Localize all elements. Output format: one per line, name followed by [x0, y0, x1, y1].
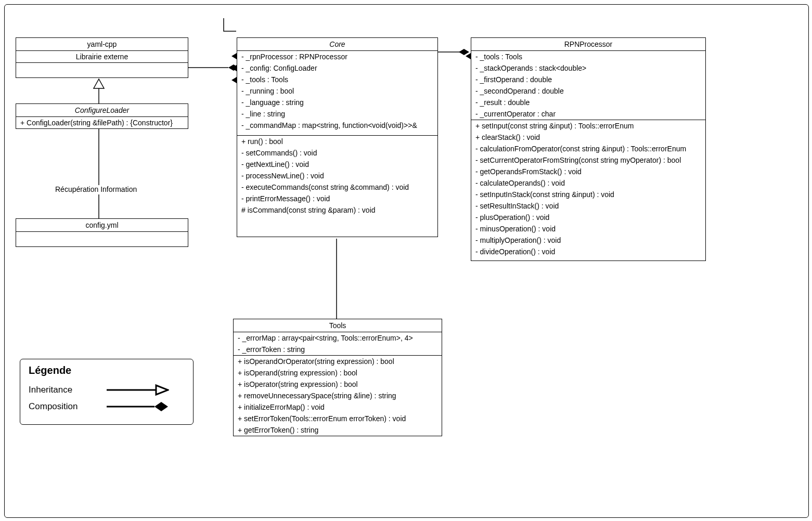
legend-inheritance-row: Inheritance	[29, 384, 185, 396]
class-attrs: Librairie externe	[16, 51, 188, 63]
class-title: yaml-cpp	[16, 38, 188, 51]
op-row: - divideOperation() : void	[471, 246, 705, 257]
op-row: + removeUnnecessarySpace(string &line) :…	[234, 390, 442, 401]
svg-marker-17	[154, 402, 168, 411]
attr-row: - _rpnProcessor : RPNProcessor	[237, 51, 437, 62]
op-row: - plusOperation() : void	[471, 212, 705, 223]
attr-row: - _running : bool	[237, 85, 437, 97]
op-row: - processNewLine() : void	[237, 170, 437, 181]
legend-composition-row: Composition	[29, 400, 185, 413]
class-core: Core - _rpnProcessor : RPNProcessor - _c…	[237, 37, 438, 237]
note-recuperation: Récupération Information	[55, 185, 137, 193]
attr-row: - _tools : Tools	[471, 51, 705, 62]
class-ops: + setInput(const string &input) : Tools:…	[471, 120, 705, 260]
op-row: + isOperand(string expression) : bool	[234, 367, 442, 379]
class-title: RPNProcessor	[471, 38, 705, 51]
class-title: config.yml	[16, 219, 188, 232]
op-row: # isCommand(const string &param) : void	[237, 204, 437, 216]
attr-row: Librairie externe	[16, 51, 188, 62]
class-ops: + isOperandOrOperator(string expression)…	[234, 356, 442, 436]
legend-composition-label: Composition	[29, 401, 86, 412]
op-row: + getErrorToken() : string	[234, 424, 442, 436]
class-title: Core	[237, 38, 437, 51]
op-row: - multiplyOperation() : void	[471, 235, 705, 246]
class-configure-loader: ConfigureLoader + ConfigLoader(string &f…	[16, 103, 188, 129]
op-row: - getOperandsFromStack() : void	[471, 166, 705, 177]
legend-inheritance-label: Inheritance	[29, 385, 86, 395]
legend-title: Légende	[29, 364, 185, 376]
attr-row: + ConfigLoader(string &filePath) : {Cons…	[16, 117, 188, 128]
svg-marker-1	[94, 79, 104, 88]
op-row: - printErrorMessage() : void	[237, 193, 437, 204]
op-row: + clearStack() : void	[471, 132, 705, 143]
op-row: - calculationFromOperator(const string &…	[471, 143, 705, 154]
class-rpn-processor: RPNProcessor - _tools : Tools - _stackOp…	[471, 37, 706, 261]
op-row: + initializeErrorMap() : void	[234, 401, 442, 413]
op-row: + setErrorToken(Tools::errorEnum errorTo…	[234, 413, 442, 424]
class-title: Tools	[234, 319, 442, 332]
class-body-empty	[16, 232, 188, 246]
class-ops-empty	[16, 63, 188, 77]
inheritance-icon	[107, 384, 169, 396]
class-title: ConfigureLoader	[16, 104, 188, 117]
op-row: - executeCommands(const string &command)…	[237, 181, 437, 193]
class-ops: + run() : bool - setCommands() : void - …	[237, 136, 437, 237]
op-row: + setInput(const string &input) : Tools:…	[471, 120, 705, 132]
op-row: - setCurrentOperatorFromString(const str…	[471, 154, 705, 166]
class-attrs: - _tools : Tools - _stackOperands : stac…	[471, 51, 705, 120]
diagram-canvas: yaml-cpp Librairie externe ConfigureLoad…	[0, 0, 812, 521]
legend: Légende Inheritance Composition	[20, 359, 194, 425]
attr-row: - _firstOperand : double	[471, 74, 705, 85]
svg-marker-15	[156, 385, 168, 395]
attr-row: - _config: ConfigLoader	[237, 62, 437, 74]
op-row: - getNextLine() : void	[237, 159, 437, 170]
attr-row: - _language : string	[237, 97, 437, 108]
op-row: + isOperator(string expression) : bool	[234, 379, 442, 390]
class-attrs: - _rpnProcessor : RPNProcessor - _config…	[237, 51, 437, 136]
op-row: - setResultInStack() : void	[471, 200, 705, 212]
attr-row: - _secondOperand : double	[471, 85, 705, 97]
attr-row: - _stackOperands : stack<double>	[471, 62, 705, 74]
class-yaml-cpp: yaml-cpp Librairie externe	[16, 37, 188, 78]
class-tools: Tools - _errorMap : array<pair<string, T…	[233, 319, 442, 436]
attr-row: - _result : double	[471, 97, 705, 108]
attr-row: - _errorMap : array<pair<string, Tools::…	[234, 332, 442, 344]
op-row: + isOperandOrOperator(string expression)…	[234, 356, 442, 367]
op-row: - calculateOperands() : void	[471, 177, 705, 189]
composition-icon	[107, 400, 169, 413]
svg-marker-11	[459, 49, 469, 55]
attr-row: - _line : string	[237, 108, 437, 120]
attr-row: - _tools : Tools	[237, 74, 437, 85]
class-attrs: - _errorMap : array<pair<string, Tools::…	[234, 332, 442, 356]
op-row: + run() : bool	[237, 136, 437, 147]
attr-row: - _errorToken : string	[234, 344, 442, 355]
class-config-yml: config.yml	[16, 218, 188, 247]
attr-row: - _commandMap : map<string, function<voi…	[237, 120, 437, 131]
class-attrs: + ConfigLoader(string &filePath) : {Cons…	[16, 117, 188, 128]
attr-row: - _currentOperator : char	[471, 108, 705, 120]
op-row: - minusOperation() : void	[471, 223, 705, 235]
op-row: - setInputInStack(const string &input) :…	[471, 189, 705, 200]
op-row: - setCommands() : void	[237, 147, 437, 159]
